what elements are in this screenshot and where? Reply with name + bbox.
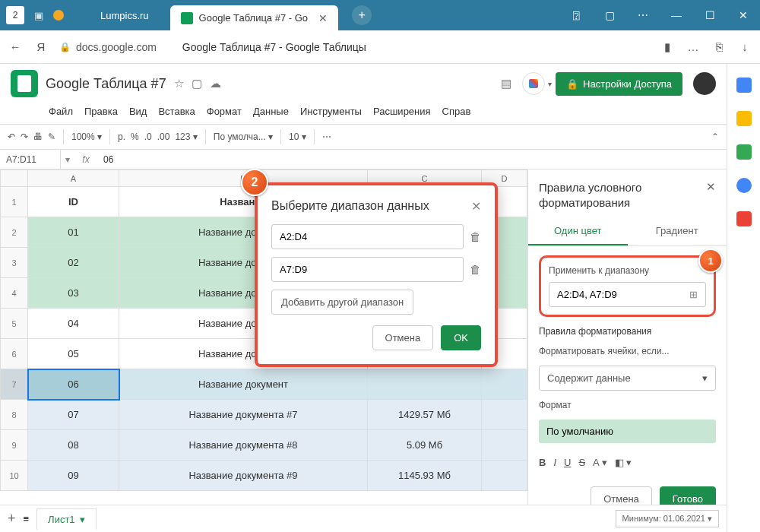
font-select[interactable]: По умолча... ▾ (214, 131, 273, 142)
fill-color-button[interactable]: ◧ ▾ (615, 457, 632, 468)
italic-button[interactable]: I (553, 457, 556, 468)
contacts-icon[interactable] (736, 178, 752, 193)
menu-view[interactable]: Вид (125, 103, 152, 119)
row-header[interactable]: 7 (1, 369, 28, 400)
range-input-2[interactable] (271, 257, 464, 282)
menu-format[interactable]: Формат (202, 103, 246, 119)
keep-icon[interactable] (736, 111, 752, 126)
name-box-dropdown[interactable]: ▾ (61, 154, 74, 165)
dec-increase-button[interactable]: .00 (157, 131, 170, 142)
paint-format-button[interactable]: ✎ (48, 131, 55, 142)
strike-button[interactable]: S (578, 457, 585, 468)
more-icon[interactable]: ⋯ (626, 0, 660, 30)
underline-button[interactable]: U (564, 457, 571, 468)
currency-button[interactable]: р. (118, 131, 125, 142)
tab-single-color[interactable]: Один цвет (528, 217, 628, 245)
download-icon[interactable]: ↓ (737, 40, 752, 53)
panel-icon[interactable]: ▣ (30, 7, 47, 24)
row-header[interactable]: 10 (1, 461, 28, 491)
cloud-icon[interactable]: ☁ (210, 77, 221, 90)
add-range-button[interactable]: Добавить другой диапазон (271, 290, 413, 315)
home-icon[interactable]: 2 (6, 6, 24, 24)
menu-help[interactable]: Справ (438, 103, 476, 119)
sheet-tab[interactable]: Лист1▾ (36, 508, 96, 530)
text-color-button[interactable]: A ▾ (593, 457, 607, 468)
menu-insert[interactable]: Вставка (154, 103, 199, 119)
cell[interactable]: 07 (28, 400, 119, 430)
yandex-icon[interactable]: Я (33, 40, 49, 53)
minimize-button[interactable]: — (660, 0, 693, 30)
row-header[interactable]: 3 (1, 248, 28, 278)
extensions-icon[interactable]: ⎘ (711, 40, 727, 53)
cancel-button[interactable]: Отмена (591, 486, 652, 505)
dec-decrease-button[interactable]: .0 (144, 131, 152, 142)
url-field[interactable]: 🔒 docs.google.com (59, 41, 157, 53)
tab-gradient[interactable]: Градиент (628, 217, 727, 245)
menu-extensions[interactable]: Расширения (369, 103, 435, 119)
active-cell[interactable]: 06 (28, 369, 119, 400)
condition-select[interactable]: Содержит данные▾ (539, 366, 716, 391)
meet-button[interactable] (522, 72, 545, 95)
cell[interactable]: 02 (28, 248, 119, 278)
redo-button[interactable]: ↷ (21, 131, 28, 142)
name-box[interactable]: A7:D11 (0, 150, 61, 169)
close-window-button[interactable]: ✕ (727, 0, 760, 30)
menu-tools[interactable]: Инструменты (296, 103, 366, 119)
close-tab-icon[interactable]: ✕ (318, 12, 328, 24)
collapse-toolbar-button[interactable]: ⌃ (711, 131, 719, 142)
col-header-a[interactable]: A (28, 170, 119, 187)
close-dialog-button[interactable]: ✕ (471, 199, 481, 214)
close-panel-button[interactable]: ✕ (706, 180, 716, 194)
font-size-select[interactable]: 10 ▾ (289, 131, 306, 142)
doc-name[interactable]: Google Таблица #7 (46, 76, 166, 92)
all-sheets-button[interactable]: ≡ (24, 513, 30, 524)
formula-bar[interactable]: 06 (97, 154, 113, 165)
cell[interactable]: 5.09 Мб (368, 430, 482, 461)
done-button[interactable]: Готово (660, 486, 716, 505)
row-header[interactable]: 2 (1, 217, 28, 248)
comments-icon[interactable]: ▤ (501, 77, 511, 90)
new-tab-button[interactable]: + (352, 5, 372, 25)
star-icon[interactable]: ☆ (174, 77, 184, 90)
share-button[interactable]: 🔒Настройки Доступа (556, 72, 682, 96)
cell[interactable]: Название документа #7 (119, 400, 368, 430)
maximize-button[interactable]: ☐ (693, 0, 727, 30)
cell[interactable]: 01 (28, 217, 119, 248)
min-date-field[interactable]: Минимум: 01.06.2021 ▾ (616, 510, 719, 527)
range-input[interactable]: A2:D4, A7:D9 ⊞ (549, 282, 706, 307)
print-button[interactable]: 🖶 (33, 131, 43, 142)
undo-button[interactable]: ↶ (8, 131, 15, 142)
cell[interactable]: 04 (28, 309, 119, 339)
back-button[interactable]: ← (8, 40, 23, 53)
cell[interactable]: Название документ (119, 369, 368, 400)
bookmark-icon[interactable]: ▮ (660, 40, 675, 54)
zoom-select[interactable]: 100% ▾ (71, 131, 102, 142)
cell[interactable]: 1429.57 Мб (368, 400, 482, 430)
tasks-icon[interactable] (736, 144, 752, 160)
maps-icon[interactable] (736, 211, 752, 226)
more-button[interactable]: … (686, 40, 701, 53)
format-preview[interactable]: По умолчанию (539, 420, 716, 443)
range-input-1[interactable] (271, 224, 464, 249)
browser-tab-1[interactable]: Lumpics.ru (85, 0, 164, 30)
menu-edit[interactable]: Правка (80, 103, 122, 119)
bold-button[interactable]: B (539, 457, 546, 468)
row-header[interactable]: 5 (1, 309, 28, 339)
cell[interactable]: ID (28, 187, 119, 217)
cell[interactable]: 05 (28, 339, 119, 369)
row-header[interactable]: 1 (1, 187, 28, 217)
account-icon[interactable]: ⍰ (559, 0, 593, 30)
cell[interactable]: Название документа #8 (119, 430, 368, 461)
toolbar-more[interactable]: ⋯ (322, 131, 331, 142)
menu-file[interactable]: Файл (44, 103, 78, 119)
cell[interactable]: 08 (28, 430, 119, 461)
delete-range-icon[interactable]: 🗑 (470, 263, 481, 276)
cell[interactable]: 09 (28, 461, 119, 491)
move-icon[interactable]: ▢ (192, 77, 202, 90)
layout-icon[interactable]: ▢ (593, 0, 626, 30)
select-all-cell[interactable] (1, 170, 28, 187)
row-header[interactable]: 8 (1, 400, 28, 430)
browser-tab-2[interactable]: Google Таблица #7 - Go ✕ (170, 5, 338, 30)
dialog-cancel-button[interactable]: Отмена (372, 325, 434, 350)
cell[interactable]: 1145.93 Мб (368, 461, 482, 491)
